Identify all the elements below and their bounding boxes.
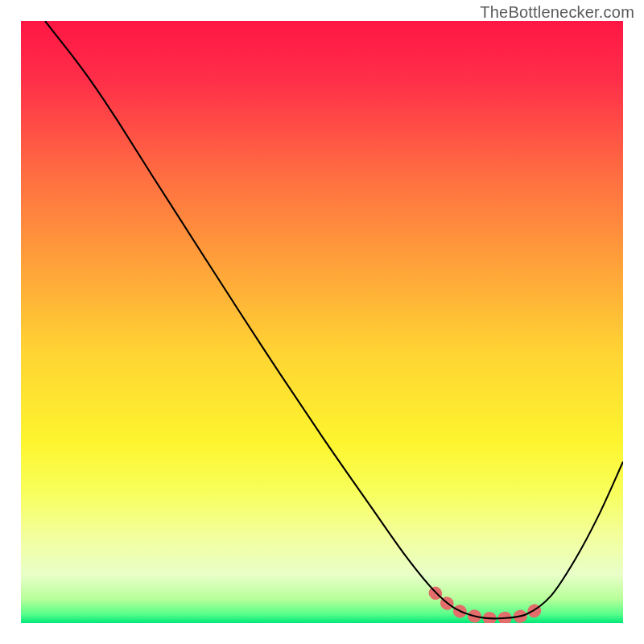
chart-svg (21, 21, 623, 623)
chart-plot-area (21, 21, 623, 623)
watermark-text: TheBottlenecker.com (480, 3, 634, 22)
